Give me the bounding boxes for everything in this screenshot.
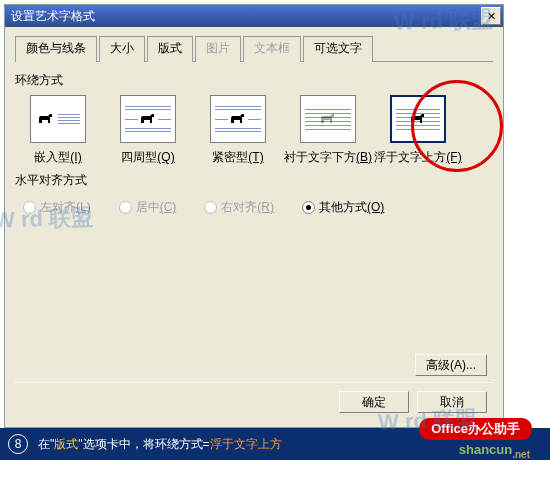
dog-icon — [408, 112, 428, 126]
wrap-group-label: 环绕方式 — [15, 72, 493, 89]
close-icon[interactable]: ✕ — [481, 7, 501, 25]
wrap-label-tight: 紧密型(T) — [212, 149, 263, 166]
radio-align-left: 左对齐(L) — [23, 199, 91, 216]
radio-align-other[interactable]: 其他方式(O) — [302, 199, 384, 216]
wrap-option-behind[interactable]: 衬于文字下方(B) — [289, 95, 367, 166]
dialog-titlebar: 设置艺术字格式 ✕ — [5, 5, 503, 27]
radio-label: 左对齐(L) — [40, 199, 91, 216]
radio-label: 右对齐(R) — [221, 199, 274, 216]
wrap-label-square: 四周型(Q) — [121, 149, 174, 166]
wrap-option-front[interactable]: 浮于文字上方(F) — [379, 95, 457, 166]
wrap-label-inline: 嵌入型(I) — [34, 149, 81, 166]
wrap-thumb-behind — [300, 95, 356, 143]
align-row: 左对齐(L) 居中(C) 右对齐(R) 其他方式(O) — [15, 195, 493, 226]
wrap-thumb-tight — [210, 95, 266, 143]
wrap-option-square[interactable]: 四周型(Q) — [109, 95, 187, 166]
tutorial-footer: Office办公助手 8 在"版式"选项卡中，将环绕方式=浮于文字上方 — [0, 428, 550, 460]
wrap-label-front: 浮于文字上方(F) — [374, 149, 461, 166]
dog-icon — [138, 112, 158, 126]
align-group-label: 水平对齐方式 — [15, 172, 493, 189]
step-number: 8 — [8, 434, 28, 454]
radio-align-center: 居中(C) — [119, 199, 177, 216]
dog-icon — [318, 112, 338, 126]
wrap-thumb-square — [120, 95, 176, 143]
advanced-button[interactable]: 高级(A)... — [415, 354, 487, 376]
wrap-thumb-front — [390, 95, 446, 143]
tab-size[interactable]: 大小 — [99, 36, 145, 62]
footer-text: 在"版式"选项卡中，将环绕方式=浮于文字上方 — [38, 436, 282, 453]
tab-picture: 图片 — [195, 36, 241, 62]
wrap-option-inline[interactable]: 嵌入型(I) — [19, 95, 97, 166]
radio-label: 其他方式(O) — [319, 199, 384, 216]
office-helper-badge: Office办公助手 — [419, 418, 532, 440]
dog-icon — [228, 112, 248, 126]
dialog-title: 设置艺术字格式 — [11, 8, 481, 25]
wrap-options-row: 嵌入型(I) 四周型(Q) 紧密型(T) — [15, 95, 493, 166]
radio-label: 居中(C) — [136, 199, 177, 216]
tab-textbox: 文本框 — [243, 36, 301, 62]
ok-button[interactable]: 确定 — [339, 391, 409, 413]
tab-alttext[interactable]: 可选文字 — [303, 36, 373, 62]
tab-strip: 颜色与线条 大小 版式 图片 文本框 可选文字 — [15, 35, 493, 62]
cancel-button[interactable]: 取消 — [417, 391, 487, 413]
dog-icon — [36, 112, 56, 126]
wrap-label-behind: 衬于文字下方(B) — [284, 149, 372, 166]
tab-colors-lines[interactable]: 颜色与线条 — [15, 36, 97, 62]
tab-layout[interactable]: 版式 — [147, 36, 193, 62]
wordart-format-dialog: 设置艺术字格式 ✕ 颜色与线条 大小 版式 图片 文本框 可选文字 环绕方式 嵌… — [4, 4, 504, 428]
radio-align-right: 右对齐(R) — [204, 199, 274, 216]
wrap-option-tight[interactable]: 紧密型(T) — [199, 95, 277, 166]
wrap-thumb-inline — [30, 95, 86, 143]
